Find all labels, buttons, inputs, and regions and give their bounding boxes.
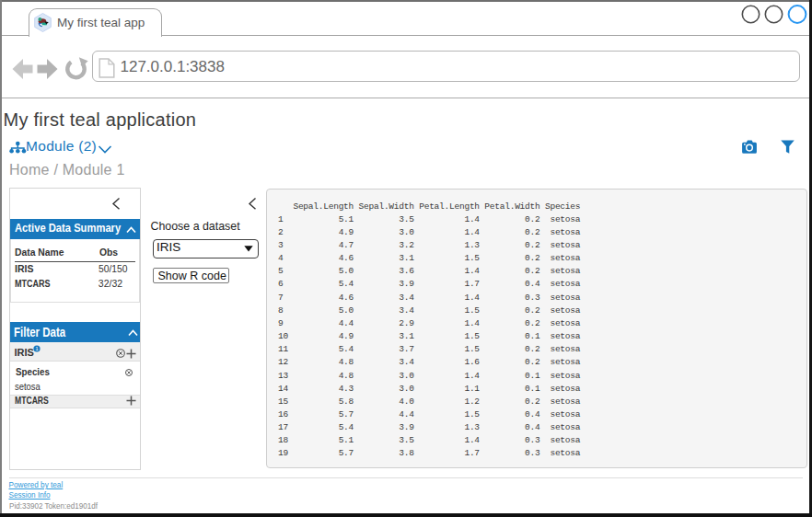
- svg-text:1: 1: [35, 346, 38, 351]
